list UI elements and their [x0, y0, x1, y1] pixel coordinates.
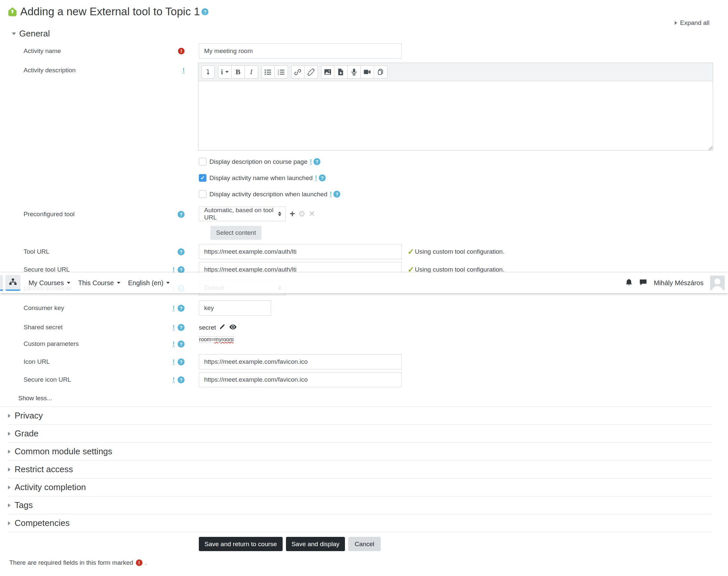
section-tags[interactable]: Tags — [8, 496, 712, 514]
check-icon — [407, 248, 414, 255]
bell-icon[interactable] — [625, 278, 633, 288]
activity-name-row: Activity name — [0, 44, 728, 59]
section-privacy[interactable]: Privacy — [8, 407, 712, 425]
section-grade[interactable]: Grade — [8, 425, 712, 443]
section-common-module-settings[interactable]: Common module settings — [8, 443, 712, 461]
checkbox-unchecked[interactable] — [199, 158, 207, 166]
display-description-checkbox-row: Display description on course page — [199, 158, 728, 166]
cancel-button[interactable]: Cancel — [348, 537, 381, 551]
link-icon[interactable] — [291, 65, 305, 79]
warning-icon[interactable] — [173, 377, 175, 383]
record-audio-icon[interactable] — [347, 65, 361, 79]
display-activity-description-checkbox-row: Display activity description when launch… — [199, 190, 728, 198]
field-label: Secure icon URL — [24, 376, 71, 383]
chat-icon[interactable] — [639, 279, 647, 287]
editor-content-area[interactable] — [199, 81, 713, 150]
warning-icon[interactable] — [310, 159, 312, 165]
nav-tab-partial[interactable] — [0, 275, 3, 291]
warning-icon[interactable] — [173, 267, 175, 273]
chevron-right-icon — [8, 432, 10, 436]
field-label: Custom parameters — [24, 340, 79, 348]
select-content-button[interactable]: Select content — [210, 226, 262, 240]
help-icon[interactable] — [178, 358, 185, 366]
user-name[interactable]: Mihály Mészáros — [654, 279, 703, 287]
preconfigured-tool-select[interactable]: Automatic, based on tool URL — [199, 207, 285, 221]
help-icon[interactable] — [319, 174, 326, 181]
display-activity-name-checkbox-row: Display activity name when launched — [199, 174, 728, 182]
edit-pencil-icon[interactable] — [219, 324, 225, 332]
nav-my-courses[interactable]: My Courses — [29, 279, 70, 287]
save-and-display-button[interactable]: Save and display — [286, 537, 345, 551]
manage-files-icon[interactable] — [374, 65, 387, 79]
editor-toolbar: i B I 123 — [199, 63, 713, 81]
chevron-down-icon — [117, 282, 120, 284]
insert-media-icon[interactable] — [334, 65, 347, 79]
avatar[interactable] — [710, 276, 725, 290]
section-competencies[interactable]: Competencies — [8, 514, 712, 532]
secure-icon-url-row: Secure icon URL — [0, 372, 728, 387]
chevron-right-icon — [675, 21, 677, 25]
consumer-key-row: Consumer key — [0, 300, 728, 316]
help-icon[interactable] — [178, 376, 185, 383]
italic-icon[interactable]: I — [245, 65, 258, 79]
save-and-return-button[interactable]: Save and return to course — [199, 537, 283, 551]
unordered-list-icon[interactable] — [262, 65, 275, 79]
help-icon[interactable] — [202, 8, 208, 15]
help-icon[interactable] — [333, 191, 340, 198]
show-secret-eye-icon[interactable] — [229, 324, 237, 331]
chevron-right-icon — [8, 414, 10, 418]
warning-icon[interactable] — [173, 359, 175, 365]
field-label: Secure tool URL — [24, 266, 69, 273]
section-activity-completion[interactable]: Activity completion — [8, 479, 712, 496]
help-icon[interactable] — [313, 158, 321, 165]
expand-all-toggle[interactable]: Expand all — [0, 19, 709, 27]
warning-icon[interactable] — [173, 341, 175, 347]
warning-icon[interactable] — [315, 175, 317, 181]
insert-image-icon[interactable] — [321, 65, 334, 79]
page-header: Adding a new External tool to Topic 1 — [8, 5, 728, 18]
form-actions: Save and return to course Save and displ… — [199, 537, 728, 551]
nav-this-course[interactable]: This Course — [78, 279, 120, 287]
shared-secret-row: Shared secret secret — [0, 320, 728, 332]
help-icon[interactable] — [178, 305, 185, 312]
help-icon[interactable] — [178, 324, 185, 331]
field-label: Tool URL — [24, 248, 49, 255]
icon-url-input[interactable] — [199, 354, 402, 369]
field-label: Icon URL — [24, 358, 50, 366]
unlink-icon[interactable] — [305, 65, 318, 79]
add-tool-icon[interactable]: + — [290, 209, 295, 219]
help-icon[interactable] — [178, 248, 185, 255]
nav-language[interactable]: English (en) — [128, 279, 170, 287]
bold-icon[interactable]: B — [232, 65, 245, 79]
tool-url-input[interactable] — [199, 244, 402, 259]
resize-handle[interactable] — [229, 338, 234, 343]
tool-url-status: Using custom tool configuration. — [407, 248, 504, 255]
chevron-down-icon — [12, 32, 16, 35]
paragraph-styles-icon[interactable]: i — [218, 65, 232, 79]
checkbox-checked[interactable] — [199, 174, 207, 182]
ordered-list-icon[interactable]: 123 — [275, 65, 288, 79]
warning-icon[interactable] — [330, 191, 332, 197]
secure-icon-url-input[interactable] — [199, 372, 402, 387]
select-arrows-icon — [278, 211, 281, 216]
consumer-key-input[interactable] — [199, 300, 271, 316]
show-less-link[interactable]: Show less... — [18, 395, 728, 402]
collapse-toolbar-icon[interactable] — [202, 65, 215, 79]
warning-icon[interactable] — [173, 324, 175, 330]
shared-secret-value: secret — [199, 324, 216, 331]
warning-icon[interactable] — [183, 67, 185, 74]
checkbox-unchecked[interactable] — [199, 190, 207, 198]
help-icon[interactable] — [178, 211, 185, 218]
page-title: Adding a new External tool to Topic 1 — [20, 5, 200, 18]
tool-url-row: Tool URL Using custom tool configuration… — [0, 244, 728, 259]
section-restrict-access[interactable]: Restrict access — [8, 461, 712, 479]
sitemap-icon[interactable] — [5, 275, 21, 291]
section-general[interactable]: General — [12, 29, 728, 39]
resize-handle[interactable] — [708, 145, 712, 150]
help-icon[interactable] — [178, 341, 185, 348]
help-icon[interactable] — [178, 266, 185, 273]
record-video-icon[interactable] — [361, 65, 374, 79]
activity-name-input[interactable] — [199, 44, 402, 59]
check-icon — [407, 266, 414, 273]
warning-icon[interactable] — [173, 305, 175, 311]
